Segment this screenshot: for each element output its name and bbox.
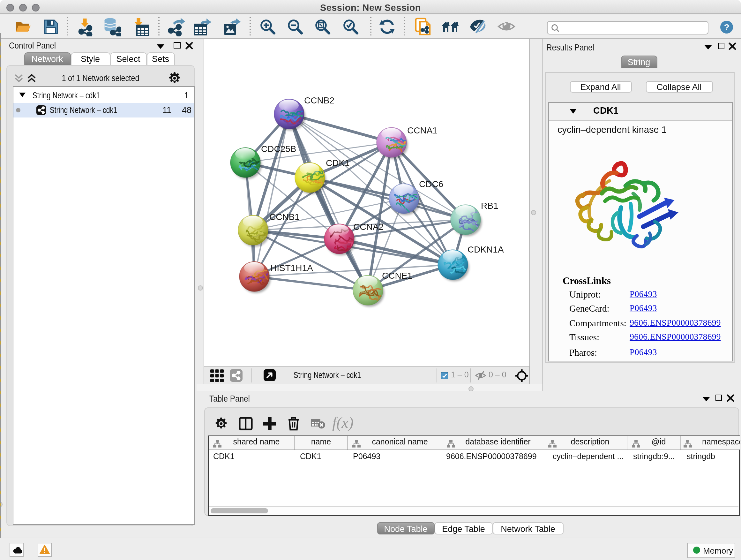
svg-text:CDC6: CDC6 — [419, 179, 443, 189]
svg-text:CCNB2: CCNB2 — [304, 95, 334, 105]
svg-text:CDC25B: CDC25B — [261, 144, 296, 153]
svg-text:RB1: RB1 — [481, 200, 498, 210]
svg-text:?: ? — [724, 22, 729, 32]
svg-text:CCNE1: CCNE1 — [382, 270, 412, 280]
svg-text:CCNA2: CCNA2 — [353, 222, 383, 232]
svg-text:CCNA1: CCNA1 — [407, 125, 437, 135]
svg-text:CCNB1: CCNB1 — [269, 212, 299, 222]
svg-text:CDK1: CDK1 — [326, 158, 349, 168]
svg-text:CDKN1A: CDKN1A — [467, 244, 503, 254]
svg-text:HIST1H1A: HIST1H1A — [270, 263, 313, 273]
